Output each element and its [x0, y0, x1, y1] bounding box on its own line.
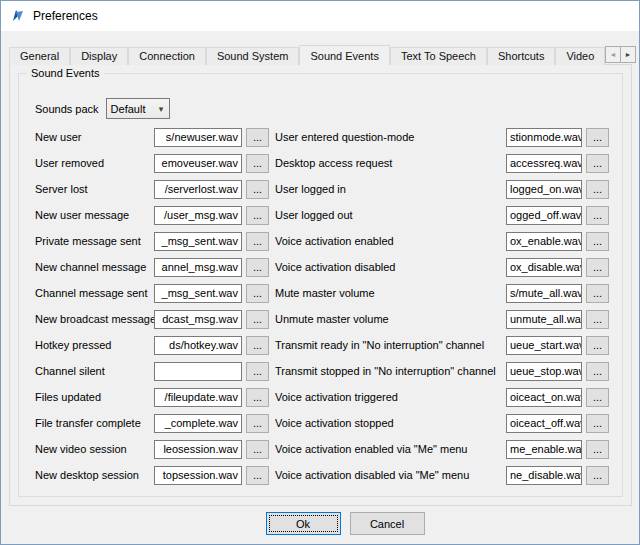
browse-button[interactable]: ... — [246, 362, 269, 381]
browse-button[interactable]: ... — [586, 310, 609, 329]
sound-file-input[interactable]: dcast_msg.wav — [154, 310, 242, 329]
sound-event-row: User logged in logged_on.wav ... — [275, 176, 609, 202]
app-icon — [10, 8, 26, 24]
sound-file-input[interactable]: ox_disable.wav — [506, 258, 582, 277]
sound-file-input[interactable]: s/newuser.wav — [154, 128, 242, 147]
browse-button[interactable]: ... — [246, 180, 269, 199]
sound-event-row: Voice activation stopped oiceact_off.wav… — [275, 410, 609, 436]
sound-file-input[interactable]: /user_msg.wav — [154, 206, 242, 225]
tab-display[interactable]: Display — [70, 47, 128, 65]
browse-button[interactable]: ... — [586, 180, 609, 199]
sound-event-label: Channel silent — [35, 365, 154, 377]
sound-file-input[interactable]: s/mute_all.wav — [506, 284, 582, 303]
sound-file-input[interactable]: oiceact_on.wav — [506, 388, 582, 407]
cancel-button[interactable]: Cancel — [350, 512, 425, 535]
sound-file-input[interactable]: ueue_start.wav — [506, 336, 582, 355]
sound-file-input[interactable]: unmute_all.wav — [506, 310, 582, 329]
tab-scroll-right-icon[interactable]: ► — [620, 46, 636, 63]
sound-event-row: New desktop session topsession.wav ... — [35, 462, 269, 488]
sound-file-input[interactable]: ds/hotkey.wav — [154, 336, 242, 355]
tab-connection[interactable]: Connection — [128, 47, 206, 65]
browse-button[interactable]: ... — [246, 232, 269, 251]
browse-button[interactable]: ... — [246, 336, 269, 355]
browse-button[interactable]: ... — [246, 284, 269, 303]
sound-file-input[interactable]: topsession.wav — [154, 466, 242, 485]
browse-button[interactable]: ... — [586, 440, 609, 459]
tab-scroll-left-icon[interactable]: ◄ — [605, 46, 621, 63]
sound-event-row: User entered question-mode stionmode.wav… — [275, 124, 609, 150]
sound-event-label: Mute master volume — [275, 287, 506, 299]
browse-button[interactable]: ... — [586, 388, 609, 407]
browse-button[interactable]: ... — [246, 154, 269, 173]
sound-event-row: New user s/newuser.wav ... — [35, 124, 269, 150]
sound-file-input[interactable]: _msg_sent.wav — [154, 284, 242, 303]
sound-event-row: Transmit ready in "No interruption" chan… — [275, 332, 609, 358]
dialog-button-row: Ok Cancel — [1, 512, 639, 535]
sound-file-input[interactable]: logged_on.wav — [506, 180, 582, 199]
browse-button[interactable]: ... — [586, 154, 609, 173]
browse-button[interactable]: ... — [586, 232, 609, 251]
browse-button[interactable]: ... — [586, 466, 609, 485]
tab-sound-events[interactable]: Sound Events — [299, 45, 390, 65]
sound-file-input[interactable]: ogged_off.wav — [506, 206, 582, 225]
browse-button[interactable]: ... — [586, 284, 609, 303]
sound-event-row: New video session leosession.wav ... — [35, 436, 269, 462]
sounds-pack-label: Sounds pack — [35, 103, 99, 115]
sound-event-label: Voice activation disabled — [275, 261, 506, 273]
browse-button[interactable]: ... — [246, 258, 269, 277]
sound-file-input[interactable]: /fileupdate.wav — [154, 388, 242, 407]
tab-sound-system[interactable]: Sound System — [206, 47, 300, 65]
sound-event-label: User logged in — [275, 183, 506, 195]
sound-file-input[interactable]: ox_enable.wav — [506, 232, 582, 251]
browse-button[interactable]: ... — [586, 206, 609, 225]
sound-event-row: Files updated /fileupdate.wav ... — [35, 384, 269, 410]
browse-button[interactable]: ... — [246, 310, 269, 329]
sounds-pack-select[interactable]: Default ▾ — [106, 98, 170, 119]
sound-event-row: New channel message annel_msg.wav ... — [35, 254, 269, 280]
sound-file-input[interactable]: emoveuser.wav — [154, 154, 242, 173]
sounds-pack-row: Sounds pack Default ▾ — [35, 98, 170, 119]
browse-button[interactable]: ... — [246, 466, 269, 485]
groupbox-title: Sound Events — [27, 66, 104, 81]
sound-event-label: Channel message sent — [35, 287, 154, 299]
sound-event-label: New user message — [35, 209, 154, 221]
sound-file-input[interactable]: ne_disable.wav — [506, 466, 582, 485]
sound-file-input[interactable]: /serverlost.wav — [154, 180, 242, 199]
browse-button[interactable]: ... — [586, 414, 609, 433]
browse-button[interactable]: ... — [246, 206, 269, 225]
sound-file-input[interactable]: leosession.wav — [154, 440, 242, 459]
sound-event-row: New user message /user_msg.wav ... — [35, 202, 269, 228]
sound-file-input[interactable]: annel_msg.wav — [154, 258, 242, 277]
sound-event-label: Unmute master volume — [275, 313, 506, 325]
sound-file-input[interactable] — [154, 362, 242, 381]
sound-file-input[interactable]: me_enable.wav — [506, 440, 582, 459]
sound-file-input[interactable]: accessreq.wav — [506, 154, 582, 173]
sound-event-row: Server lost /serverlost.wav ... — [35, 176, 269, 202]
sound-file-input[interactable]: oiceact_off.wav — [506, 414, 582, 433]
sound-events-tabpage: Sound Events Sounds pack Default ▾ New u… — [9, 64, 632, 506]
tab-text-to-speech[interactable]: Text To Speech — [390, 47, 487, 65]
sound-event-row: Voice activation enabled ox_enable.wav .… — [275, 228, 609, 254]
browse-button[interactable]: ... — [586, 128, 609, 147]
sound-event-row: Hotkey pressed ds/hotkey.wav ... — [35, 332, 269, 358]
browse-button[interactable]: ... — [246, 128, 269, 147]
tab-general[interactable]: General — [9, 47, 70, 65]
ok-button[interactable]: Ok — [266, 512, 341, 535]
browse-button[interactable]: ... — [586, 258, 609, 277]
sound-event-label: Private message sent — [35, 235, 154, 247]
browse-button[interactable]: ... — [586, 362, 609, 381]
sound-event-label: User entered question-mode — [275, 131, 506, 143]
tab-video[interactable]: Video — [555, 47, 605, 65]
browse-button[interactable]: ... — [246, 414, 269, 433]
browse-button[interactable]: ... — [586, 336, 609, 355]
tab-shortcuts[interactable]: Shortcuts — [487, 47, 555, 65]
browse-button[interactable]: ... — [246, 388, 269, 407]
sound-file-input[interactable]: _msg_sent.wav — [154, 232, 242, 251]
sound-event-label: User removed — [35, 157, 154, 169]
sound-file-input[interactable]: _complete.wav — [154, 414, 242, 433]
window-title: Preferences — [33, 9, 98, 23]
browse-button[interactable]: ... — [246, 440, 269, 459]
sound-event-label: New user — [35, 131, 154, 143]
sound-file-input[interactable]: stionmode.wav — [506, 128, 582, 147]
sound-file-input[interactable]: ueue_stop.wav — [506, 362, 582, 381]
